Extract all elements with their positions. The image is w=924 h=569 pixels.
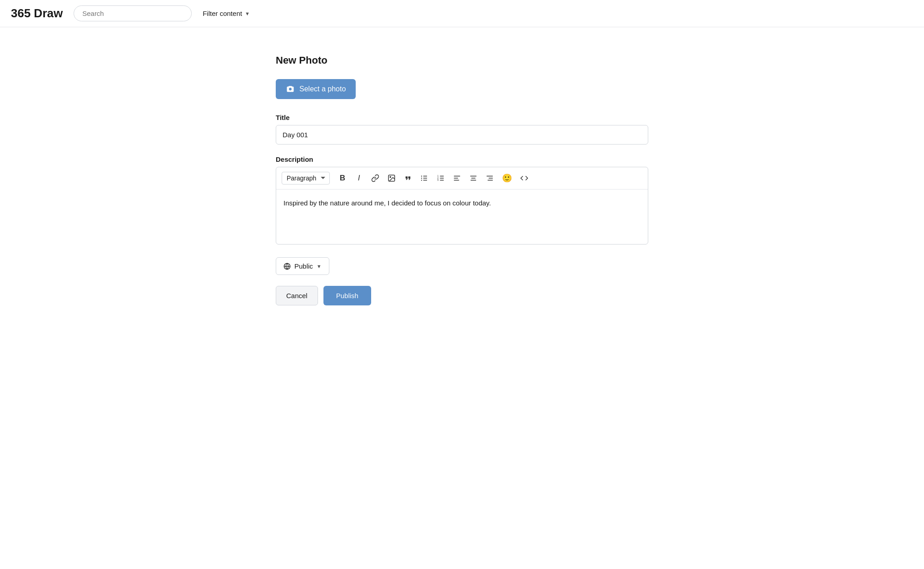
editor-content-area[interactable]: Inspired by the nature around me, I deci… xyxy=(276,190,648,244)
visibility-label: Public xyxy=(294,262,313,270)
title-field-group: Title xyxy=(276,114,648,155)
italic-icon: I xyxy=(358,174,360,183)
visibility-chevron-icon: ▼ xyxy=(317,264,322,269)
link-icon xyxy=(371,174,379,182)
align-center-button[interactable] xyxy=(466,171,481,185)
paragraph-style-select[interactable]: Paragraph xyxy=(282,172,330,185)
filter-content-button[interactable]: Filter content ▼ xyxy=(203,10,250,17)
app-header: 365 Draw Filter content ▼ xyxy=(0,0,924,27)
action-buttons-group: Cancel Publish xyxy=(276,286,648,305)
svg-point-1 xyxy=(390,176,391,177)
title-label: Title xyxy=(276,114,648,121)
align-left-icon xyxy=(453,174,461,182)
description-label: Description xyxy=(276,155,648,163)
bold-icon: B xyxy=(340,174,345,183)
svg-point-5 xyxy=(421,175,422,176)
ordered-list-icon: 1 2 3 xyxy=(437,174,445,182)
image-button[interactable] xyxy=(384,171,399,185)
filter-label: Filter content xyxy=(203,10,242,17)
bullet-list-button[interactable] xyxy=(417,171,432,185)
visibility-dropdown-button[interactable]: Public ▼ xyxy=(276,257,329,275)
app-title: 365 Draw xyxy=(11,6,63,20)
svg-point-6 xyxy=(421,178,422,179)
code-button[interactable] xyxy=(517,171,532,185)
globe-icon xyxy=(283,263,291,270)
search-input[interactable] xyxy=(74,5,192,21)
align-left-button[interactable] xyxy=(450,171,464,185)
page-title: New Photo xyxy=(276,55,648,66)
align-center-icon xyxy=(469,174,477,182)
bold-button[interactable]: B xyxy=(335,171,350,185)
editor-text: Inspired by the nature around me, I deci… xyxy=(283,199,491,207)
link-button[interactable] xyxy=(368,171,383,185)
align-right-icon xyxy=(486,174,494,182)
publish-button[interactable]: Publish xyxy=(323,286,371,305)
align-right-button[interactable] xyxy=(482,171,497,185)
code-icon xyxy=(520,174,528,182)
title-input[interactable] xyxy=(276,125,648,145)
select-photo-label: Select a photo xyxy=(299,85,346,93)
description-field-group: Description Paragraph B I xyxy=(276,155,648,245)
chevron-down-icon: ▼ xyxy=(245,11,250,16)
blockquote-icon xyxy=(404,174,412,182)
main-content: New Photo Select a photo Title Descripti… xyxy=(258,27,666,324)
rich-text-editor: Paragraph B I xyxy=(276,167,648,245)
blockquote-button[interactable] xyxy=(401,171,415,185)
bullet-list-icon xyxy=(420,174,428,182)
ordered-list-button[interactable]: 1 2 3 xyxy=(433,171,448,185)
emoji-icon: 🙂 xyxy=(502,173,512,183)
select-photo-button[interactable]: Select a photo xyxy=(276,79,356,99)
image-icon xyxy=(387,174,396,182)
svg-text:3: 3 xyxy=(437,179,439,181)
camera-icon xyxy=(286,85,295,94)
cancel-button[interactable]: Cancel xyxy=(276,286,318,305)
editor-toolbar: Paragraph B I xyxy=(276,167,648,190)
italic-button[interactable]: I xyxy=(352,171,366,185)
emoji-button[interactable]: 🙂 xyxy=(499,171,515,185)
svg-point-7 xyxy=(421,180,422,180)
